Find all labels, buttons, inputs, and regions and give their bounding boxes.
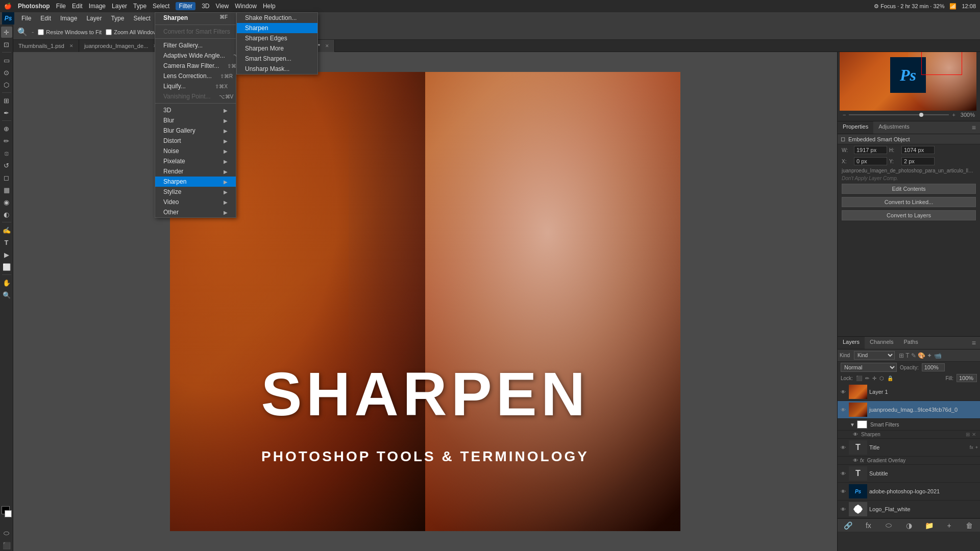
logo-eye[interactable]: 👁 <box>840 489 847 494</box>
resize-windows-option[interactable]: Resize Windows to Fit <box>38 29 102 35</box>
add-group-btn[interactable]: 📁 <box>920 521 938 530</box>
subtitle-eye[interactable]: 👁 <box>840 471 847 477</box>
add-layer-btn[interactable]: + <box>941 521 958 530</box>
fill-input[interactable] <box>957 374 977 382</box>
blur-submenu[interactable]: Blur▶ <box>155 115 236 126</box>
add-mask-btn[interactable]: ⬭ <box>880 521 897 530</box>
ps-file-menu[interactable]: File <box>17 14 35 23</box>
ps-layer-menu[interactable]: Layer <box>82 14 106 23</box>
kind-select[interactable]: Kind <box>854 351 895 360</box>
gradient-tool[interactable]: ▦ <box>1 184 12 195</box>
vanishing-point[interactable]: Vanishing Point... ⌥⌘V <box>155 91 236 102</box>
properties-tab[interactable]: Properties <box>838 121 873 134</box>
camera-raw-filter[interactable]: Camera Raw Filter... ⇧⌘A <box>155 61 236 71</box>
ps-select-menu[interactable]: Select <box>129 14 154 23</box>
sharpen-item[interactable]: Sharpen <box>237 23 317 33</box>
layers-tab[interactable]: Layers <box>838 337 865 349</box>
subtitle-layer-item[interactable]: 👁 T Subtitle <box>838 465 980 483</box>
zoom-out-btn[interactable]: - <box>32 28 34 36</box>
sharpen-blend-icon[interactable]: ⊞ <box>966 432 970 437</box>
ps-edit-menu[interactable]: Edit <box>36 14 55 23</box>
lock-transparent[interactable]: ⬛ <box>856 375 862 381</box>
eye-icon[interactable]: 👁 <box>853 432 858 437</box>
sharpen-options[interactable]: ✕ <box>972 432 976 437</box>
grad-eye[interactable]: 👁 <box>853 458 858 463</box>
crop-tool[interactable]: ⊞ <box>1 95 12 106</box>
render-submenu[interactable]: Render▶ <box>155 166 236 177</box>
help-menu[interactable]: Help <box>263 3 276 10</box>
history-brush[interactable]: ↺ <box>1 160 12 171</box>
smart-sharpen-item[interactable]: Smart Sharpen... <box>237 54 317 64</box>
zoom-handle[interactable] <box>919 113 923 117</box>
zoom-all-checkbox[interactable] <box>106 29 112 35</box>
tab-juanproedu[interactable]: juanproedu_Imagen_de... ✕ <box>79 40 163 52</box>
window-menu[interactable]: Window <box>235 3 257 10</box>
view-menu[interactable]: View <box>215 3 229 10</box>
select-subject-tool[interactable]: ⬡ <box>1 79 12 90</box>
convert-smart-filters[interactable]: Convert for Smart Filters <box>155 27 236 37</box>
gradient-overlay-effect[interactable]: 👁 fx Gradient Overlay <box>838 457 980 465</box>
sharpen-effect[interactable]: 👁 Sharpen ⊞ ✕ <box>838 431 980 439</box>
logo-white-layer-item[interactable]: 👁 Logo_Flat_white <box>838 500 980 518</box>
background-color[interactable] <box>5 510 12 517</box>
brush-tool[interactable]: ✏ <box>1 135 12 146</box>
apple-menu[interactable]: 🍎 <box>4 3 12 10</box>
healing-tool[interactable]: ⊕ <box>1 123 12 134</box>
video-submenu[interactable]: Video▶ <box>155 197 236 207</box>
add-link-btn[interactable]: 🔗 <box>840 521 857 530</box>
layer-2-item[interactable]: 👁 juanproedu_Imag...9Ice43fcb76d_0 <box>838 401 980 419</box>
logo-layer-item[interactable]: 👁 Ps adobe-photoshop-logo-2021 <box>838 483 980 500</box>
zoom-minus[interactable]: − <box>843 112 846 118</box>
lens-correction[interactable]: Lens Correction... ⇧⌘R <box>155 71 236 81</box>
zoom-slider[interactable] <box>849 114 949 115</box>
title-layer-item[interactable]: 👁 T Title fx + <box>838 439 980 457</box>
path-select-tool[interactable]: ▶ <box>1 249 12 260</box>
pen-tool[interactable]: ✍ <box>1 224 12 236</box>
select-menu[interactable]: Select <box>153 3 169 10</box>
hand-tool[interactable]: ✋ <box>1 277 12 288</box>
resize-checkbox[interactable] <box>38 29 44 35</box>
opacity-input[interactable] <box>922 363 945 371</box>
logo-white-eye[interactable]: 👁 <box>840 507 847 512</box>
shape-tool[interactable]: ⬜ <box>1 261 12 272</box>
file-menu[interactable]: File <box>56 3 66 10</box>
lock-artboard[interactable]: ⬡ <box>879 375 884 381</box>
add-style-btn[interactable]: fx <box>860 521 877 530</box>
blur-tool[interactable]: ◉ <box>1 196 12 208</box>
layer-1-item[interactable]: 👁 Layer 1 <box>838 383 980 401</box>
app-name[interactable]: Photoshop <box>18 3 50 10</box>
zoom-in-btn[interactable]: 🔍 <box>17 27 28 37</box>
layer-1-eye[interactable]: 👁 <box>840 389 847 395</box>
w-input[interactable] <box>854 146 887 154</box>
h-input[interactable] <box>901 146 935 154</box>
artboard-tool[interactable]: ⊡ <box>1 39 12 50</box>
layers-options[interactable]: ≡ <box>968 337 980 349</box>
channels-tab[interactable]: Channels <box>865 337 898 349</box>
lasso-tool[interactable]: ⊙ <box>1 67 12 78</box>
sharpen-edges-item[interactable]: Sharpen Edges <box>237 33 317 43</box>
eraser-tool[interactable]: ◻ <box>1 172 12 183</box>
filter-menu-item[interactable]: Filter <box>176 2 195 10</box>
eyedropper-tool[interactable]: ✒ <box>1 107 12 118</box>
lock-position[interactable]: ✛ <box>872 375 876 381</box>
blur-gallery-submenu[interactable]: Blur Gallery▶ <box>155 126 236 136</box>
3d-menu[interactable]: 3D <box>202 3 209 10</box>
other-submenu[interactable]: Other▶ <box>155 207 236 217</box>
ps-image-menu[interactable]: Image <box>56 14 81 23</box>
tab-thumbnails[interactable]: Thumbnails_1.psd ✕ <box>13 40 79 52</box>
add-adjustment-btn[interactable]: ◑ <box>900 521 918 530</box>
paths-tab[interactable]: Paths <box>899 337 923 349</box>
y-input[interactable] <box>901 157 935 165</box>
type-menu[interactable]: Type <box>133 3 146 10</box>
liquify[interactable]: Liquify... ⇧⌘X <box>155 81 236 91</box>
filter-gallery[interactable]: Filter Gallery... <box>155 40 236 51</box>
title-eye[interactable]: 👁 <box>840 445 847 450</box>
zoom-tool[interactable]: 🔍 <box>1 289 12 300</box>
layer-2-eye[interactable]: 👁 <box>840 407 847 413</box>
ps-type-menu[interactable]: Type <box>107 14 128 23</box>
color-swatches[interactable] <box>0 506 13 524</box>
edit-menu[interactable]: Edit <box>72 3 83 10</box>
pixelate-submenu[interactable]: Pixelate▶ <box>155 156 236 166</box>
lock-image[interactable]: ✏ <box>865 375 869 381</box>
dodge-tool[interactable]: ◐ <box>1 209 12 220</box>
